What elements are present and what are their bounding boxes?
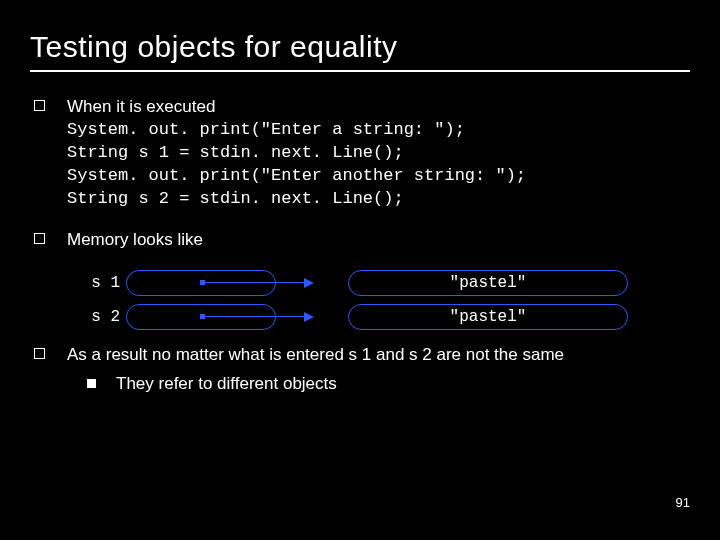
memory-diagram: s 1 "pastel" s 2 "pastel" — [90, 270, 690, 330]
code-line-1: System. out. print("Enter a string: "); — [67, 119, 690, 142]
object-box: "pastel" — [348, 304, 628, 330]
diagram-row-1: s 1 "pastel" — [90, 270, 690, 296]
bullet-intro: When it is executed — [67, 96, 690, 119]
bullet-content: As a result no matter what is entered s … — [67, 344, 690, 396]
sub-bullet-text: They refer to different objects — [116, 373, 337, 396]
bullet-content: When it is executed System. out. print("… — [67, 96, 690, 211]
hollow-square-icon — [34, 348, 45, 359]
bullet-item-1: When it is executed System. out. print("… — [30, 96, 690, 211]
code-line-4: String s 2 = stdin. next. Line(); — [67, 188, 690, 211]
var-label: s 1 — [90, 274, 120, 292]
diagram-row-2: s 2 "pastel" — [90, 304, 690, 330]
object-box: "pastel" — [348, 270, 628, 296]
sub-bullet-item: They refer to different objects — [67, 373, 690, 396]
bullet-content: Memory looks like — [67, 229, 690, 252]
page-title: Testing objects for equality — [30, 30, 690, 72]
bullet-text: As a result no matter what is entered s … — [67, 344, 690, 367]
bullet-item-3: As a result no matter what is entered s … — [30, 344, 690, 396]
hollow-square-icon — [34, 233, 45, 244]
page-number: 91 — [676, 495, 690, 510]
code-line-3: System. out. print("Enter another string… — [67, 165, 690, 188]
code-line-2: String s 1 = stdin. next. Line(); — [67, 142, 690, 165]
filled-square-icon — [87, 379, 96, 388]
hollow-square-icon — [34, 100, 45, 111]
bullet-item-2: Memory looks like — [30, 229, 690, 252]
slide: Testing objects for equality When it is … — [0, 0, 720, 540]
var-label: s 2 — [90, 308, 120, 326]
